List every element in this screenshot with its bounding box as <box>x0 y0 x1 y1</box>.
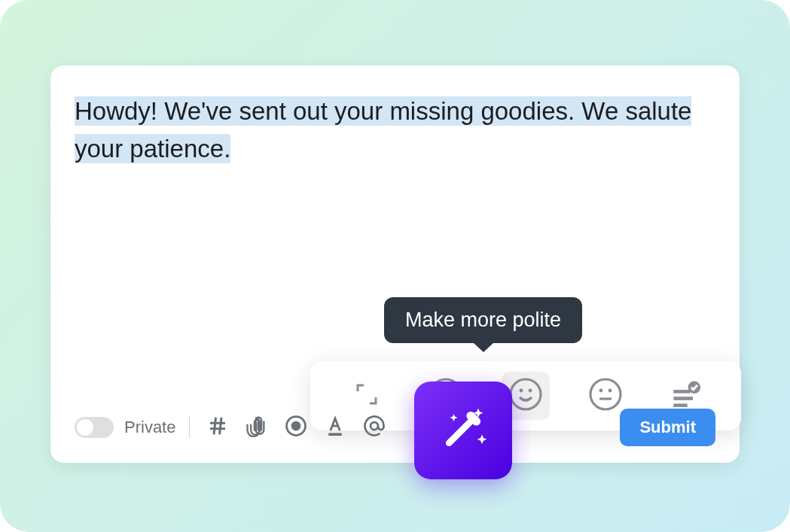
mention-button[interactable] <box>360 413 389 442</box>
compose-card: Howdy! We've sent out your missing goodi… <box>50 65 740 463</box>
tooltip-label: Make more polite <box>405 309 561 331</box>
attachment-button[interactable] <box>242 413 271 442</box>
svg-point-6 <box>590 379 621 409</box>
svg-point-4 <box>520 389 523 393</box>
record-button[interactable] <box>282 413 310 442</box>
svg-point-22 <box>371 422 378 430</box>
record-icon <box>285 415 307 440</box>
toolbar-divider <box>189 417 190 438</box>
svg-point-5 <box>529 389 532 393</box>
app-background: Howdy! We've sent out your missing goodi… <box>0 0 790 532</box>
message-highlight: Howdy! We've sent out your missing goodi… <box>75 96 691 163</box>
bottom-toolbar: Private <box>75 409 715 446</box>
svg-line-17 <box>220 418 222 435</box>
message-text[interactable]: Howdy! We've sent out your missing goodi… <box>75 93 715 167</box>
text-color-icon <box>324 415 346 440</box>
svg-point-3 <box>511 379 541 409</box>
tone-tooltip: Make more polite <box>384 297 582 343</box>
submit-button[interactable]: Submit <box>620 409 715 446</box>
private-label: Private <box>124 418 175 437</box>
magic-wand-icon <box>433 399 493 462</box>
toggle-knob <box>77 419 93 436</box>
svg-point-9 <box>608 389 612 393</box>
private-toggle[interactable] <box>75 417 114 438</box>
text-color-button[interactable] <box>321 413 349 442</box>
expand-icon <box>355 382 379 409</box>
hashtag-button[interactable] <box>203 413 232 442</box>
svg-point-19 <box>292 422 300 430</box>
svg-point-8 <box>599 389 602 393</box>
at-icon <box>363 415 386 440</box>
svg-line-16 <box>214 418 216 435</box>
ai-magic-button[interactable] <box>414 382 512 479</box>
paperclip-icon <box>245 415 269 440</box>
hashtag-icon <box>206 415 229 440</box>
